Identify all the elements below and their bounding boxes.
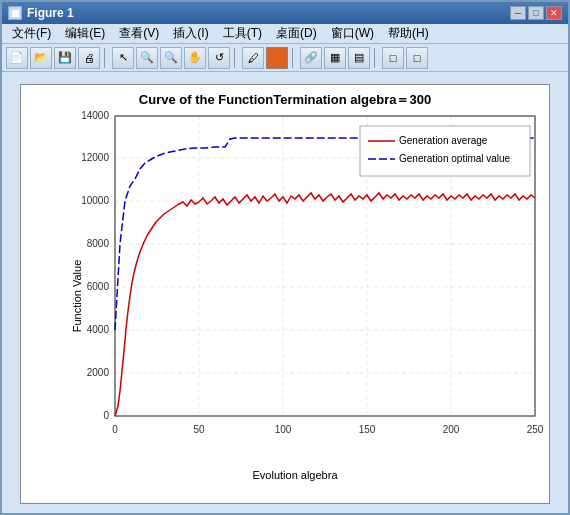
chart-plot-area: Function Value <box>35 111 545 481</box>
title-bar-left: ▦ Figure 1 <box>8 6 74 20</box>
chart-svg: 0 2000 4000 6000 8000 10000 12000 14000 … <box>65 111 565 466</box>
menu-view[interactable]: 查看(V) <box>113 23 165 44</box>
menu-help[interactable]: 帮助(H) <box>382 23 435 44</box>
chart-area: Curve of the FunctionTermination algebra… <box>2 72 568 513</box>
cursor-button[interactable]: ↖ <box>112 47 134 69</box>
minimize-button[interactable]: ─ <box>510 6 526 20</box>
toolbar: 📄 📂 💾 🖨 ↖ 🔍 🔍 ✋ ↺ 🖊 🔗 ▦ ▤ □ □ <box>2 44 568 72</box>
menu-edit[interactable]: 编辑(E) <box>59 23 111 44</box>
svg-text:150: 150 <box>359 424 376 435</box>
menu-desktop[interactable]: 桌面(D) <box>270 23 323 44</box>
svg-text:8000: 8000 <box>87 238 110 249</box>
title-bar: ▦ Figure 1 ─ □ ✕ <box>2 2 568 24</box>
menu-window[interactable]: 窗口(W) <box>325 23 380 44</box>
color-button[interactable] <box>266 47 288 69</box>
toolbar-separator-4 <box>374 48 378 68</box>
figure-window: ▦ Figure 1 ─ □ ✕ 文件(F) 编辑(E) 查看(V) 插入(I)… <box>0 0 570 515</box>
props-button[interactable]: ▤ <box>348 47 370 69</box>
maximize-button[interactable]: □ <box>528 6 544 20</box>
svg-rect-30 <box>360 126 530 176</box>
brush-button[interactable]: 🖊 <box>242 47 264 69</box>
print-button[interactable]: 🖨 <box>78 47 100 69</box>
pan-button[interactable]: ✋ <box>184 47 206 69</box>
svg-text:12000: 12000 <box>81 152 109 163</box>
chart-container: Curve of the FunctionTermination algebra… <box>20 84 550 504</box>
menu-bar: 文件(F) 编辑(E) 查看(V) 插入(I) 工具(T) 桌面(D) 窗口(W… <box>2 24 568 44</box>
svg-text:Generation optimal value: Generation optimal value <box>399 153 511 164</box>
svg-text:200: 200 <box>443 424 460 435</box>
window-title: Figure 1 <box>27 6 74 20</box>
svg-text:4000: 4000 <box>87 324 110 335</box>
chart-title: Curve of the FunctionTermination algebra… <box>139 91 431 109</box>
svg-text:Generation average: Generation average <box>399 135 488 146</box>
extra-button[interactable]: □ <box>382 47 404 69</box>
new-button[interactable]: 📄 <box>6 47 28 69</box>
open-button[interactable]: 📂 <box>30 47 52 69</box>
svg-text:50: 50 <box>193 424 205 435</box>
close-button[interactable]: ✕ <box>546 6 562 20</box>
x-axis-label: Evolution algebra <box>252 469 337 481</box>
rotate-button[interactable]: ↺ <box>208 47 230 69</box>
svg-text:14000: 14000 <box>81 111 109 121</box>
svg-text:0: 0 <box>112 424 118 435</box>
menu-insert[interactable]: 插入(I) <box>167 23 214 44</box>
zoom-out-button[interactable]: 🔍 <box>160 47 182 69</box>
toolbar-separator-3 <box>292 48 296 68</box>
window-controls: ─ □ ✕ <box>510 6 562 20</box>
svg-text:6000: 6000 <box>87 281 110 292</box>
window-icon: ▦ <box>8 6 22 20</box>
toolbar-separator-2 <box>234 48 238 68</box>
svg-text:100: 100 <box>275 424 292 435</box>
grid-button[interactable]: ▦ <box>324 47 346 69</box>
menu-file[interactable]: 文件(F) <box>6 23 57 44</box>
svg-text:10000: 10000 <box>81 195 109 206</box>
link-button[interactable]: 🔗 <box>300 47 322 69</box>
extra-button2[interactable]: □ <box>406 47 428 69</box>
svg-text:250: 250 <box>527 424 544 435</box>
svg-text:0: 0 <box>103 410 109 421</box>
svg-text:2000: 2000 <box>87 367 110 378</box>
zoom-in-button[interactable]: 🔍 <box>136 47 158 69</box>
toolbar-separator-1 <box>104 48 108 68</box>
save-button[interactable]: 💾 <box>54 47 76 69</box>
menu-tools[interactable]: 工具(T) <box>217 23 268 44</box>
